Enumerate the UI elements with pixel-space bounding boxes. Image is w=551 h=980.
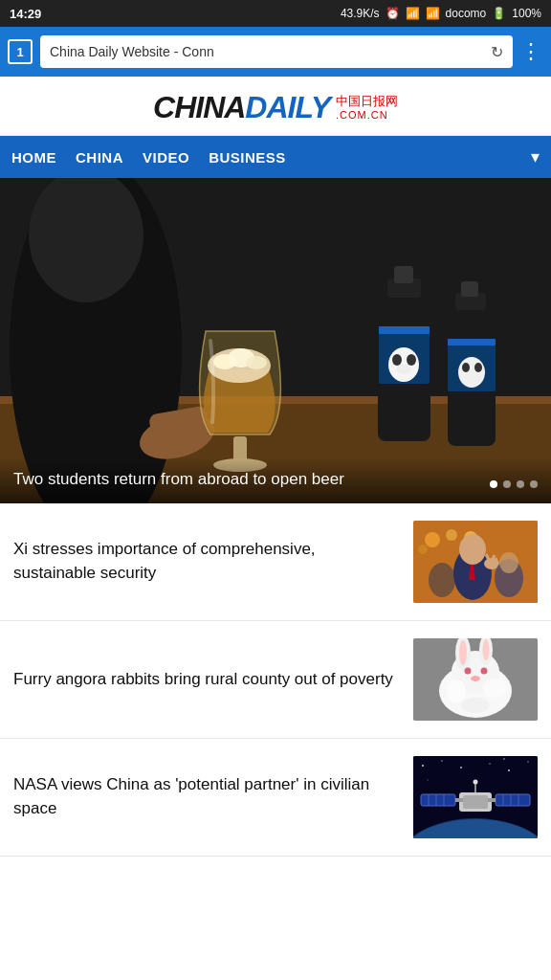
svg-line-40 bbox=[492, 559, 497, 561]
network-speed: 43.9K/s bbox=[341, 7, 380, 20]
svg-point-32 bbox=[446, 529, 457, 541]
logo[interactable]: CHINADAILY 中国日报网 .COM.CN bbox=[153, 90, 398, 125]
reload-icon[interactable]: ↻ bbox=[491, 43, 503, 61]
svg-point-42 bbox=[499, 552, 518, 573]
svg-point-56 bbox=[461, 698, 490, 713]
svg-point-29 bbox=[246, 356, 267, 369]
news-thumb-3 bbox=[413, 756, 538, 838]
svg-point-15 bbox=[396, 365, 411, 374]
hero-illustration bbox=[0, 178, 551, 503]
news-headline-2: Furry angora rabbits bring rural county … bbox=[13, 668, 400, 692]
svg-rect-80 bbox=[455, 798, 463, 802]
svg-point-59 bbox=[441, 760, 443, 762]
svg-point-65 bbox=[503, 758, 505, 760]
dot-2 bbox=[503, 480, 511, 488]
browser-bar: 1 China Daily Website - Conn ↻ ⋮ bbox=[0, 27, 551, 77]
hero-overlay: Two students return from abroad to open … bbox=[0, 457, 551, 503]
news-headline-3: NASA views China as 'potential partner' … bbox=[13, 773, 400, 820]
svg-rect-11 bbox=[379, 326, 430, 334]
nav-dropdown-button[interactable]: ▾ bbox=[531, 146, 540, 167]
wifi-icon: 📶 bbox=[406, 7, 420, 20]
news-list: Xi stresses importance of comprehensive,… bbox=[0, 503, 551, 857]
svg-point-62 bbox=[508, 769, 510, 771]
nav-items: HOME CHINA VIDEO BUSINESS bbox=[11, 149, 531, 166]
svg-point-50 bbox=[483, 639, 490, 660]
svg-point-52 bbox=[481, 668, 488, 675]
battery-icon: 🔋 bbox=[492, 7, 506, 20]
status-bar: 14:29 43.9K/s ⏰ 📶 📶 docomo 🔋 100% bbox=[0, 0, 551, 27]
dot-3 bbox=[517, 480, 524, 488]
carrier-name: docomo bbox=[446, 7, 487, 20]
logo-china: CHINA bbox=[153, 90, 245, 124]
svg-rect-69 bbox=[463, 795, 488, 809]
svg-point-58 bbox=[422, 765, 424, 767]
svg-rect-18 bbox=[461, 281, 478, 297]
news-item-3[interactable]: NASA views China as 'potential partner' … bbox=[0, 739, 551, 857]
svg-rect-70 bbox=[421, 794, 455, 806]
tab-badge[interactable]: 1 bbox=[8, 39, 33, 64]
news-thumb-1 bbox=[413, 521, 538, 603]
battery-level: 100% bbox=[512, 7, 541, 20]
site-header: CHINADAILY 中国日报网 .COM.CN bbox=[0, 77, 551, 136]
news-thumb-2 bbox=[413, 638, 538, 721]
svg-rect-20 bbox=[448, 339, 496, 345]
logo-dotcom: .COM.CN bbox=[336, 109, 398, 122]
browser-menu-button[interactable]: ⋮ bbox=[520, 39, 543, 64]
svg-point-83 bbox=[474, 780, 478, 785]
nav-bar: HOME CHINA VIDEO BUSINESS ▾ bbox=[0, 136, 551, 178]
signal-icon: 📶 bbox=[426, 7, 440, 20]
svg-point-22 bbox=[462, 363, 470, 372]
svg-point-23 bbox=[474, 363, 482, 372]
svg-point-34 bbox=[418, 545, 428, 554]
svg-point-48 bbox=[459, 640, 467, 665]
svg-point-43 bbox=[429, 563, 455, 597]
logo-chinese: 中国日报网 bbox=[336, 94, 398, 109]
hero-caption: Two students return from abroad to open … bbox=[13, 469, 490, 490]
url-bar[interactable]: China Daily Website - Conn ↻ bbox=[40, 35, 513, 68]
status-time: 14:29 bbox=[10, 7, 41, 21]
svg-rect-81 bbox=[488, 798, 496, 802]
dot-1 bbox=[490, 480, 497, 488]
svg-point-55 bbox=[483, 679, 506, 698]
alarm-icon: ⏰ bbox=[386, 7, 400, 20]
nav-business[interactable]: BUSINESS bbox=[209, 149, 286, 166]
svg-point-13 bbox=[392, 354, 402, 366]
nav-video[interactable]: VIDEO bbox=[143, 149, 189, 166]
svg-point-54 bbox=[447, 679, 466, 702]
news-item-1[interactable]: Xi stresses importance of comprehensive,… bbox=[0, 503, 551, 621]
svg-rect-9 bbox=[394, 266, 413, 283]
url-text: China Daily Website - Conn bbox=[50, 44, 483, 59]
svg-point-21 bbox=[458, 357, 485, 388]
nav-home[interactable]: HOME bbox=[11, 149, 56, 166]
nav-china[interactable]: CHINA bbox=[76, 149, 123, 166]
svg-rect-75 bbox=[496, 794, 530, 806]
svg-point-14 bbox=[407, 354, 416, 366]
news-headline-1: Xi stresses importance of comprehensive,… bbox=[13, 538, 400, 585]
svg-point-61 bbox=[489, 763, 491, 765]
hero-dots bbox=[490, 480, 538, 490]
svg-point-60 bbox=[460, 767, 462, 768]
svg-point-51 bbox=[465, 668, 472, 675]
news-item-2[interactable]: Furry angora rabbits bring rural county … bbox=[0, 621, 551, 739]
svg-point-36 bbox=[459, 534, 486, 565]
svg-point-64 bbox=[427, 779, 428, 780]
logo-cn: 中国日报网 .COM.CN bbox=[336, 94, 398, 122]
svg-point-53 bbox=[471, 676, 480, 681]
dot-4 bbox=[530, 480, 538, 488]
logo-daily: DAILY bbox=[245, 90, 330, 124]
svg-point-63 bbox=[527, 761, 528, 762]
hero-image[interactable]: Two students return from abroad to open … bbox=[0, 178, 551, 503]
status-center: 43.9K/s ⏰ 📶 📶 docomo 🔋 100% bbox=[341, 7, 541, 20]
svg-point-31 bbox=[425, 532, 440, 547]
